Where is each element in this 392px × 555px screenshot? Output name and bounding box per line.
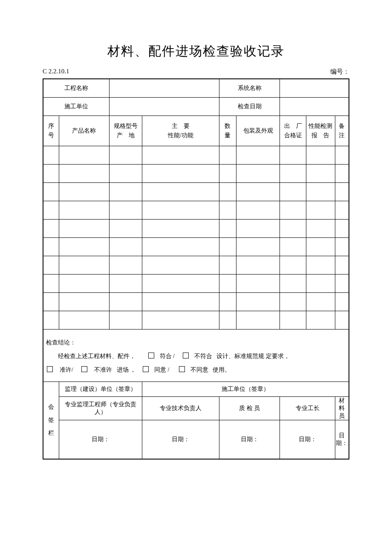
col-qty: 数量 <box>219 116 236 146</box>
table-row <box>43 220 349 238</box>
conclusion-label: 检查结论： <box>46 336 346 350</box>
checkbox-permit[interactable] <box>47 366 53 372</box>
date-label: 日期： <box>172 436 190 442</box>
checkbox-notpermit[interactable] <box>81 366 87 372</box>
word-enter: 进场 ， <box>117 367 136 373</box>
col-spec: 规格型号产 地 <box>109 116 142 146</box>
role-qc: 质 检 员 <box>219 397 280 420</box>
sign-cell-foreman: 日期： <box>280 420 335 460</box>
page-title: 材料、配件进场检查验收记录 <box>43 43 349 60</box>
label-date: 检查日期 <box>237 103 262 110</box>
opt-permit: 准许 <box>60 367 72 373</box>
word-use: 使用。 <box>213 367 231 373</box>
table-row <box>43 146 349 165</box>
date-label: 日期： <box>299 436 317 442</box>
conclusion-cell: 检查结论： 经检查上述工程材料、配件， 符合 / 不符合 设计、标准规范规 定要… <box>43 330 349 382</box>
table-row <box>43 293 349 311</box>
col-pack: 包装及外观 <box>236 116 280 146</box>
opt-agree: 同意 <box>154 367 166 373</box>
sign-cell-tech: 日期： <box>142 420 219 460</box>
table-row <box>43 165 349 183</box>
sign-header-supervisor: 监理（建设）单位（签章） <box>59 382 142 397</box>
opt-notpermit: 不准许 <box>94 367 112 373</box>
sign-cell-sup: 日期： <box>59 420 142 460</box>
sign-header-contractor: 施工单位（签章） <box>142 382 349 397</box>
label-project: 工程名称 <box>63 85 89 91</box>
table-row <box>43 311 349 330</box>
col-func: 主 要性能/功能 <box>142 116 219 146</box>
value-date <box>280 98 349 116</box>
sign-cell-material: 日期： <box>335 420 349 460</box>
col-note: 备注 <box>335 116 349 146</box>
label-contractor: 施工单位 <box>63 103 89 110</box>
checkbox-notconform[interactable] <box>183 353 189 358</box>
value-system <box>280 79 349 98</box>
opt-notconform: 不符合 <box>194 353 212 359</box>
opt-conform: 符合 <box>160 353 172 359</box>
role-tech: 专业技术负责人 <box>142 397 219 420</box>
checkbox-disagree[interactable] <box>179 366 185 372</box>
label-system: 系统名称 <box>237 85 262 91</box>
table-row <box>43 238 349 256</box>
date-label: 日期： <box>92 436 110 442</box>
form-code: C 2.2.10.1 <box>43 68 69 76</box>
conclusion-text-1: 经检查上述工程材料、配件， <box>58 353 135 359</box>
sign-cell-qc: 日期： <box>219 420 280 460</box>
conclusion-text-1b: 设计、标准规范规 定要求， <box>216 353 290 359</box>
form-number-label: 编号： <box>330 68 349 76</box>
role-material: 材 料 员 <box>335 397 349 420</box>
date-label: 日期： <box>241 436 259 442</box>
checkbox-conform[interactable] <box>148 353 154 358</box>
table-row <box>43 201 349 220</box>
value-contractor <box>109 98 219 116</box>
table-row <box>43 183 349 201</box>
col-rept: 性能检测报 告 <box>306 116 335 146</box>
main-form-table: 工程名称 系统名称 施工单位 检查日期 序号 产品名称 规格型号产 地 主 要性… <box>43 78 349 460</box>
opt-disagree: 不同意 <box>190 367 208 373</box>
col-cert: 出 厂合格证 <box>280 116 306 146</box>
table-row <box>43 256 349 275</box>
sign-side-label: 会签栏 <box>43 382 59 460</box>
col-name: 产品名称 <box>59 116 109 146</box>
date-label: 日期： <box>336 432 348 446</box>
role-supervisor: 专业监理工程师（专业负责人） <box>59 397 142 420</box>
checkbox-agree[interactable] <box>143 366 149 372</box>
role-foreman: 专业工长 <box>280 397 335 420</box>
col-seq: 序号 <box>43 116 59 146</box>
value-project <box>109 79 219 98</box>
table-row <box>43 275 349 293</box>
